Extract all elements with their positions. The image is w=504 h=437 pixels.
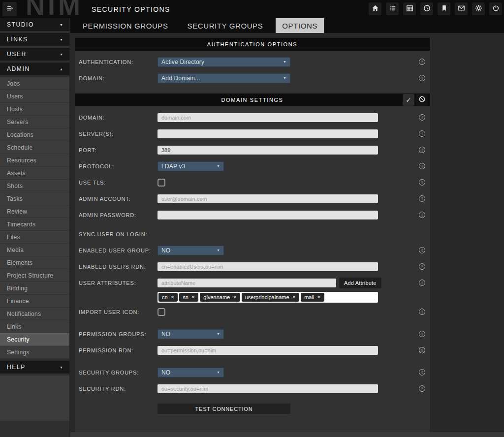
authentication-select[interactable]: Active Directory ▼	[158, 57, 290, 67]
sidebar-item-review[interactable]: Review	[0, 205, 69, 218]
info-icon[interactable]: !	[419, 114, 425, 121]
sidebar-item-assets[interactable]: Assets	[0, 167, 69, 180]
info-icon[interactable]: !	[419, 247, 425, 253]
sidebar-item-files[interactable]: Files	[0, 231, 69, 244]
info-icon[interactable]: !	[419, 331, 425, 337]
tab-options[interactable]: OPTIONS	[276, 18, 324, 33]
sidebar-item-finance[interactable]: Finance	[0, 295, 69, 308]
info-icon[interactable]: !	[419, 130, 425, 137]
enabled-user-group-select[interactable]: NO ▼	[158, 246, 224, 255]
mail-button[interactable]	[455, 2, 468, 15]
save-button[interactable]: ✓	[403, 94, 414, 106]
sidebar-item-bidding[interactable]: Bidding	[0, 282, 69, 295]
info-icon[interactable]: !	[419, 147, 425, 153]
add-attribute-button[interactable]: Add Attribute	[339, 278, 381, 288]
remove-tag-icon[interactable]: ✕	[317, 295, 321, 300]
domain-input[interactable]	[158, 113, 378, 122]
info-icon[interactable]: !	[419, 347, 425, 353]
sidebar-group-admin[interactable]: ADMIN ▲	[0, 62, 69, 75]
attribute-name-input[interactable]	[158, 279, 336, 287]
cancel-icon	[418, 95, 426, 104]
sidebar-group-links[interactable]: LINKS ▼	[0, 33, 69, 46]
domain-settings-rows: DOMAIN: ! SERVER(S): ! PORT: ! PROTOCOL:…	[75, 106, 430, 414]
sidebar-group-user[interactable]: USER ▼	[0, 48, 69, 61]
sidebar-item-jobs[interactable]: Jobs	[0, 77, 69, 90]
permission-rdn-input[interactable]	[158, 346, 378, 355]
enabled-users-rdn-input[interactable]	[158, 262, 378, 271]
sidebar-item-elements[interactable]: Elements	[0, 256, 69, 269]
sidebar-group-studio[interactable]: STUDIO ▼	[0, 18, 69, 31]
sidebar-item-resources[interactable]: Resources	[0, 154, 69, 167]
security-groups-select[interactable]: NO ▼	[158, 368, 224, 377]
sidebar-item-servers[interactable]: Servers	[0, 116, 69, 128]
list-button[interactable]	[386, 2, 399, 15]
select-value: NO	[161, 369, 170, 376]
attribute-tag: cn✕	[158, 293, 178, 302]
enabled-users-rdn-row: ENABLED USERS RDN: !	[75, 258, 430, 275]
remove-tag-icon[interactable]: ✕	[292, 295, 296, 300]
use-tls-checkbox[interactable]	[158, 179, 165, 187]
home-button[interactable]	[369, 2, 381, 15]
sidebar-item-hosts[interactable]: Hosts	[0, 103, 69, 116]
servers-input[interactable]	[158, 129, 378, 138]
sidebar-group-help[interactable]: HELP ▼	[0, 361, 69, 374]
admin-password-input[interactable]	[158, 211, 378, 219]
settings-button[interactable]	[472, 2, 485, 15]
chevron-down-icon: ▼	[217, 164, 220, 168]
info-icon[interactable]: !	[419, 212, 425, 218]
info-icon[interactable]: !	[419, 75, 425, 81]
nim-logo: NIM	[26, 0, 83, 19]
info-icon[interactable]: !	[419, 309, 425, 315]
info-icon[interactable]: !	[419, 179, 425, 186]
sidebar-item-timecards[interactable]: Timecards	[0, 218, 69, 231]
test-connection-button[interactable]: TEST CONNECTION	[158, 404, 290, 414]
info-icon[interactable]: !	[419, 385, 425, 392]
sidebar-divider	[69, 18, 70, 437]
sidebar-collapse-button[interactable]	[2, 2, 17, 16]
info-icon[interactable]: !	[419, 369, 425, 375]
info-icon[interactable]: !	[419, 280, 425, 286]
admin-account-input[interactable]	[158, 194, 378, 203]
remove-tag-icon[interactable]: ✕	[233, 295, 237, 300]
sidebar-item-settings[interactable]: Settings	[0, 346, 69, 359]
sidebar: STUDIO ▼ LINKS ▼ USER ▼ ADMIN ▲ Jobs Use…	[0, 18, 69, 437]
power-button[interactable]	[489, 2, 502, 15]
port-input[interactable]	[158, 146, 378, 155]
field-label: IMPORT USER ICON:	[75, 309, 158, 315]
cancel-button[interactable]	[416, 94, 428, 106]
power-icon	[492, 4, 500, 13]
info-icon[interactable]: !	[419, 195, 425, 202]
select-value: NO	[161, 247, 170, 254]
remove-tag-icon[interactable]: ✕	[191, 295, 195, 300]
calendar-button[interactable]	[403, 2, 416, 15]
bookmark-button[interactable]	[438, 2, 450, 15]
info-icon[interactable]: !	[419, 59, 425, 65]
sidebar-item-locations[interactable]: Locations	[0, 128, 69, 141]
sidebar-item-links[interactable]: Links	[0, 320, 69, 333]
tab-permission-groups[interactable]: PERMISSION GROUPS	[76, 18, 175, 33]
gear-icon	[475, 4, 482, 13]
sidebar-item-shots[interactable]: Shots	[0, 180, 69, 192]
import-user-icon-checkbox[interactable]	[158, 308, 165, 316]
sidebar-item-tasks[interactable]: Tasks	[0, 192, 69, 205]
info-icon[interactable]: !	[419, 163, 425, 169]
protocol-select[interactable]: LDAP v3 ▼	[158, 161, 224, 171]
sidebar-item-media[interactable]: Media	[0, 244, 69, 256]
clock-button[interactable]	[420, 2, 433, 15]
domain-settings-actions: ✓	[403, 94, 428, 106]
field-label: PERMISSION GROUPS:	[75, 331, 158, 337]
domain-select[interactable]: Add Domain... ▼	[158, 73, 290, 83]
tag-label: givenname	[203, 294, 230, 300]
sidebar-item-schedule[interactable]: Schedule	[0, 141, 69, 154]
attribute-tag: sn✕	[179, 293, 198, 302]
permission-groups-select[interactable]: NO ▼	[158, 329, 224, 339]
sidebar-item-security[interactable]: Security	[0, 333, 69, 346]
sidebar-item-users[interactable]: Users	[0, 90, 69, 103]
sidebar-item-project-structure[interactable]: Project Structure	[0, 269, 69, 282]
remove-tag-icon[interactable]: ✕	[171, 295, 175, 300]
sidebar-item-notifications[interactable]: Notifications	[0, 308, 69, 320]
tab-security-groups[interactable]: SECURITY GROUPS	[181, 18, 270, 33]
security-rdn-input[interactable]	[158, 384, 378, 393]
info-icon[interactable]: !	[419, 263, 425, 270]
field-label: PERMISSION RDN:	[75, 347, 158, 353]
